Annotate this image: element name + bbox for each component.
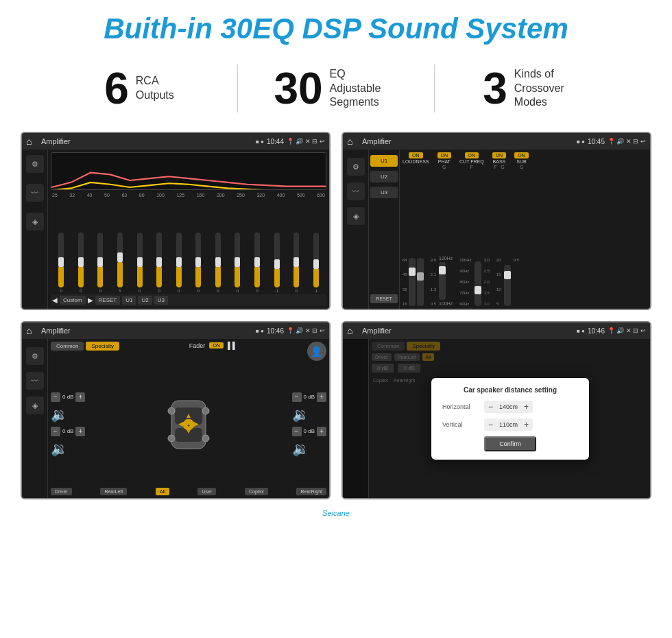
cx-loudness-on[interactable]: ON — [409, 152, 423, 158]
cx-vslider-2a[interactable] — [439, 262, 446, 300]
eq-icon-wave[interactable]: 〰 — [26, 184, 44, 202]
cx-vslider-3a[interactable] — [475, 261, 481, 306]
home-icon[interactable]: ⌂ — [26, 135, 38, 147]
sp-minus-tr[interactable]: − — [292, 392, 302, 402]
sp-topbar-icons: 📍 🔊 ✕ ⊟ ↩ — [287, 327, 325, 334]
topbar-eq: ⌂ Amplifier ■ ● 10:44 📍 🔊 ✕ ⊟ ↩ — [22, 133, 329, 150]
eq-slider-10[interactable]: 0 — [228, 233, 247, 293]
screen-dialog: ⌂ Amplifier ■ ● 10:46 📍 🔊 ✕ ⊟ ↩ Common S… — [341, 321, 651, 499]
sp-plus-br[interactable]: + — [317, 427, 326, 436]
eq-slider-7[interactable]: 0 — [169, 233, 188, 293]
eq-icon-settings[interactable]: ⚙ — [26, 155, 44, 173]
stat-rca: 6 RCAOutputs — [41, 67, 237, 110]
sp-icon-settings[interactable]: ⚙ — [26, 347, 44, 365]
eq-slider-13[interactable]: 0 — [287, 233, 306, 293]
dlg-horizontal-value: 140cm — [496, 403, 520, 410]
dlg-vertical-plus[interactable]: + — [523, 420, 530, 429]
dlg-horizontal-plus[interactable]: + — [523, 402, 530, 412]
sp-zone-user[interactable]: User — [197, 488, 216, 495]
svg-text:◀: ◀ — [178, 420, 184, 427]
eq-sliders-area: 0 0 0 5 0 — [51, 200, 326, 293]
screen-crossover: ⌂ Amplifier ■ ● 10:45 📍 🔊 ✕ ⊟ ↩ ⚙ 〰 ◈ U1… — [341, 132, 651, 310]
sp-icon-speaker[interactable]: ◈ — [26, 397, 44, 414]
cx-switch-phat: ON PHAT G — [437, 152, 452, 169]
cx-icon-settings[interactable]: ⚙ — [347, 158, 365, 176]
sp-zone-rearright[interactable]: RearRight — [296, 488, 326, 495]
sp-minus-tl[interactable]: − — [51, 392, 60, 402]
sp-speaker-layout: − 0 dB + 🔉 − 0 dB + 🔉 — [51, 364, 326, 485]
home-icon-dlg[interactable]: ⌂ — [347, 324, 359, 337]
eq-slider-12[interactable]: -1 — [267, 233, 286, 293]
dlg-confirm-button[interactable]: Confirm — [484, 436, 536, 451]
cx-phat-on[interactable]: ON — [437, 152, 452, 158]
cx-switch-loudness: ON LOUDNESS — [403, 152, 429, 169]
sp-plus-bl[interactable]: + — [75, 427, 85, 436]
eq-slider-2[interactable]: 0 — [72, 233, 91, 293]
eq-slider-6[interactable]: 0 — [150, 233, 169, 293]
dlg-vertical-minus[interactable]: − — [487, 420, 494, 429]
sp-plus-tr[interactable]: + — [317, 392, 326, 402]
sp-minus-bl[interactable]: − — [51, 427, 60, 436]
eq-slider-11[interactable]: 0 — [248, 233, 267, 293]
cx-cutfreq-on[interactable]: ON — [465, 152, 479, 158]
cx-vslider-1a[interactable] — [409, 258, 416, 306]
sp-zone-copilot[interactable]: Copilot — [245, 488, 268, 495]
svg-point-5 — [168, 435, 175, 442]
dlg-horizontal-input: − 140cm + — [484, 401, 533, 413]
dlg-overlay: Car speaker distance setting Horizontal … — [343, 339, 650, 498]
eq-custom-btn[interactable]: Custom — [60, 296, 86, 305]
cx-record-icon: ■ ● — [577, 139, 585, 145]
sp-icon-wave[interactable]: 〰 — [26, 372, 44, 390]
dlg-horizontal-row: Horizontal − 140cm + — [442, 401, 578, 413]
svg-text:▶: ▶ — [193, 420, 199, 427]
sp-zone-all[interactable]: All — [156, 488, 169, 495]
cx-vslider-1b[interactable] — [417, 258, 424, 306]
eq-slider-5[interactable]: 0 — [130, 233, 149, 293]
home-icon-sp[interactable]: ⌂ — [26, 324, 38, 337]
sp-db-control-tr: − 0 dB + — [292, 392, 326, 402]
sp-db-val-bl: 0 dB — [62, 428, 73, 434]
cx-main-panel: ON LOUDNESS ON PHAT G ON CUT FREQ F — [400, 150, 650, 309]
cx-sliders-area: 64 48 32 16 — [403, 172, 647, 306]
sp-screen-title: Amplifier — [41, 327, 253, 335]
cx-switch-sub: ON SUB G — [514, 152, 529, 169]
cx-bass-on[interactable]: ON — [492, 152, 507, 158]
cx-preset-u1[interactable]: U1 — [370, 155, 398, 167]
cx-sub-on[interactable]: ON — [514, 152, 529, 158]
eq-u1-btn[interactable]: U1 — [122, 296, 136, 305]
cx-vslider-4a[interactable] — [504, 265, 511, 306]
eq-u2-btn[interactable]: U2 — [138, 296, 152, 305]
eq-slider-4[interactable]: 5 — [111, 233, 130, 293]
dlg-horizontal-minus[interactable]: − — [487, 402, 494, 412]
cx-freq-labels-3b: 3.0 2.5 2.0 1.5 1.0 — [484, 258, 490, 306]
eq-slider-8[interactable]: 0 — [189, 233, 208, 293]
sp-fader-on[interactable]: ON — [209, 342, 224, 348]
eq-slider-3[interactable]: 0 — [91, 233, 110, 293]
eq-slider-14[interactable]: -1 — [307, 233, 326, 293]
sp-plus-tl[interactable]: + — [75, 392, 85, 402]
cx-loudness-label: LOUDNESS — [403, 159, 429, 164]
eq-u3-btn[interactable]: U3 — [154, 296, 168, 305]
eq-icon-speaker[interactable]: ◈ — [26, 213, 44, 231]
eq-next-btn[interactable]: ▶ — [88, 296, 93, 304]
svg-point-4 — [202, 407, 209, 414]
sp-zone-rearleft[interactable]: RearLeft — [100, 488, 127, 495]
cx-icon-wave[interactable]: 〰 — [347, 182, 365, 200]
cx-preset-u2[interactable]: U2 — [370, 171, 398, 182]
eq-slider-9[interactable]: 0 — [209, 233, 228, 293]
sp-minus-br[interactable]: − — [292, 427, 302, 436]
cx-screen-title: Amplifier — [362, 137, 574, 145]
home-icon-cx[interactable]: ⌂ — [347, 135, 359, 147]
eq-prev-btn[interactable]: ◀ — [52, 296, 58, 304]
sp-zone-driver[interactable]: Driver — [51, 488, 72, 495]
cx-reset-btn[interactable]: RESET — [370, 294, 398, 303]
sp-tab-common[interactable]: Common — [51, 342, 84, 351]
cx-phat-label: PHAT — [438, 159, 451, 164]
cx-icon-speaker[interactable]: ◈ — [347, 207, 365, 225]
sp-profile-icon[interactable]: 👤 — [307, 342, 326, 361]
sp-tab-specialty[interactable]: Specialty — [86, 342, 119, 351]
topbar-dialog: ⌂ Amplifier ■ ● 10:46 📍 🔊 ✕ ⊟ ↩ — [343, 322, 650, 339]
cx-preset-u3[interactable]: U3 — [370, 187, 398, 198]
eq-slider-1[interactable]: 0 — [52, 233, 71, 293]
eq-reset-btn[interactable]: RESET — [95, 296, 121, 305]
